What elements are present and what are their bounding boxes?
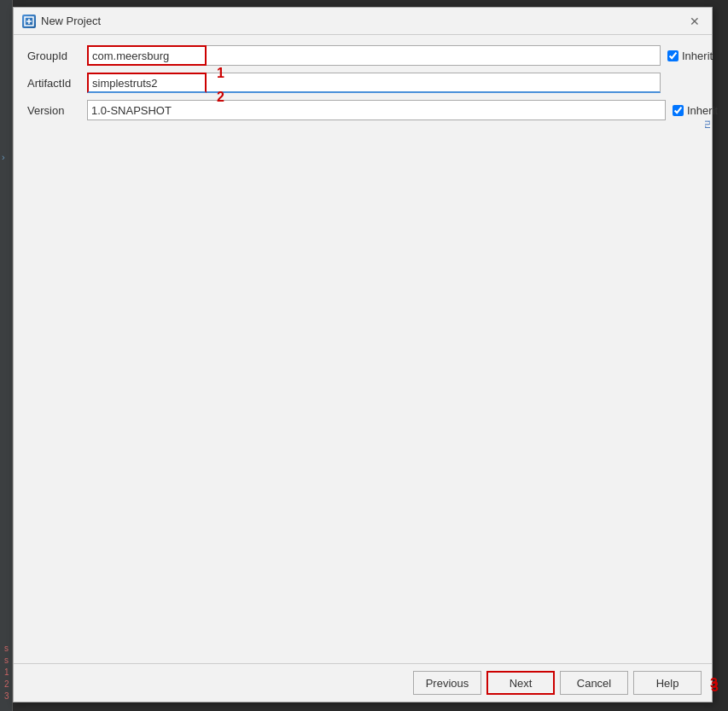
- panel-arrow: ›: [2, 152, 5, 162]
- annotation-3-outer: 3: [710, 676, 718, 691]
- previous-button[interactable]: Previous: [413, 671, 481, 695]
- next-button[interactable]: Next: [486, 671, 555, 695]
- dialog-title: New Project: [41, 15, 101, 27]
- dialog-content: GroupId Inherit ArtifactId: [14, 35, 712, 663]
- close-button[interactable]: ✕: [686, 13, 703, 30]
- right-edge-text: ru: [702, 120, 712, 129]
- version-inherit-checkbox[interactable]: [673, 105, 684, 116]
- version-inherit-label: Inherit: [687, 104, 718, 117]
- ide-left-panel: ›: [0, 0, 13, 711]
- artifactid-wide-input[interactable]: [207, 73, 661, 93]
- groupid-row: GroupId Inherit: [27, 45, 698, 66]
- groupid-inherit-container: Inherit: [667, 50, 713, 62]
- artifactid-input[interactable]: [87, 73, 207, 93]
- groupid-wide-input[interactable]: [207, 45, 661, 66]
- new-project-dialog: New Project ✕ GroupId Inherit A: [13, 7, 713, 702]
- version-input[interactable]: [87, 100, 666, 120]
- dialog-footer: Previous Next Cancel Help 3: [14, 663, 712, 702]
- artifactid-label: ArtifactId: [27, 77, 87, 90]
- version-label: Version: [27, 104, 87, 117]
- dialog-title-left: New Project: [22, 15, 101, 28]
- groupid-input[interactable]: [87, 45, 207, 66]
- version-inherit-container: Inherit: [673, 104, 718, 117]
- groupid-label: GroupId: [27, 50, 87, 62]
- help-button[interactable]: Help: [633, 671, 702, 695]
- artifactid-row: ArtifactId: [27, 73, 698, 93]
- ide-bottom-text: ss123: [4, 643, 9, 702]
- groupid-inherit-checkbox[interactable]: [667, 50, 678, 61]
- groupid-inherit-label: Inherit: [682, 50, 713, 62]
- dialog-overlay: › ss123 New Project ✕ Gro: [0, 0, 728, 711]
- dialog-titlebar: New Project ✕: [14, 8, 712, 35]
- version-row: Version Inherit: [27, 100, 698, 120]
- cancel-button[interactable]: Cancel: [560, 671, 628, 695]
- dialog-icon: [22, 15, 36, 28]
